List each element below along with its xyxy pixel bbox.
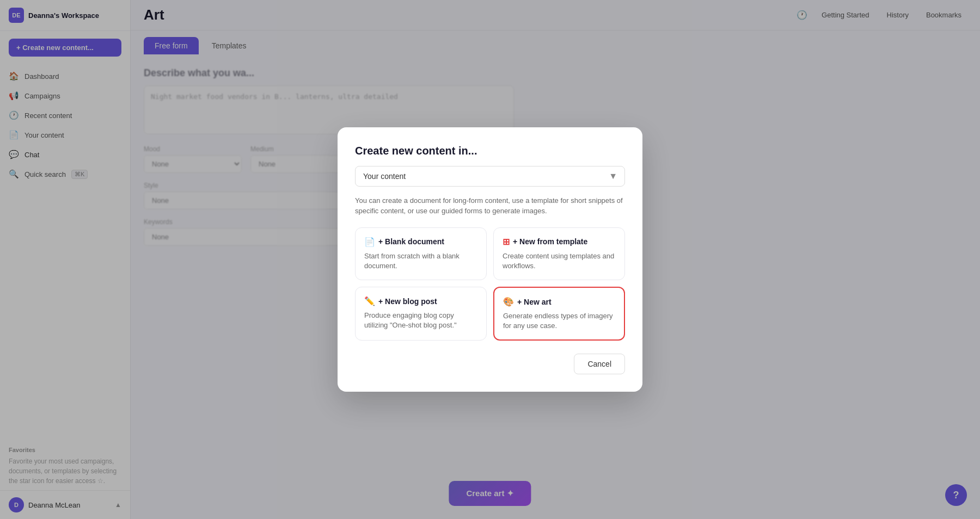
option-new-blog-post[interactable]: ✏️ + New blog post Produce engaging blog… [355, 287, 487, 341]
option-blog-desc: Produce engaging blog copy utilizing "On… [364, 311, 477, 330]
create-content-modal: Create new content in... Your content ▼ … [338, 127, 642, 392]
option-template-desc: Create content using templates and workf… [503, 251, 616, 271]
option-template-title: ⊞ + New from template [503, 237, 616, 247]
option-blank-document[interactable]: 📄 + Blank document Start from scratch wi… [355, 227, 487, 280]
modal-overlay[interactable]: Create new content in... Your content ▼ … [0, 0, 980, 519]
modal-title: Create new content in... [355, 145, 625, 157]
option-art-desc: Generate endless types of imagery for an… [503, 311, 615, 331]
option-new-art[interactable]: 🎨 + New art Generate endless types of im… [493, 287, 625, 341]
option-blank-document-title: 📄 + Blank document [364, 237, 477, 247]
option-blog-title: ✏️ + New blog post [364, 296, 477, 306]
modal-description: You can create a document for long-form … [355, 195, 625, 217]
modal-options-grid: 📄 + Blank document Start from scratch wi… [355, 227, 625, 341]
template-icon: ⊞ [503, 237, 510, 247]
art-icon: 🎨 [503, 296, 514, 307]
modal-footer: Cancel [355, 354, 625, 374]
blog-icon: ✏️ [364, 296, 375, 306]
option-blank-document-desc: Start from scratch with a blank document… [364, 251, 477, 271]
option-new-from-template[interactable]: ⊞ + New from template Create content usi… [493, 227, 625, 280]
modal-dropdown-wrapper: Your content ▼ [355, 166, 625, 187]
cancel-button[interactable]: Cancel [574, 354, 625, 374]
blank-document-icon: 📄 [364, 237, 375, 247]
content-location-dropdown[interactable]: Your content [355, 166, 625, 187]
option-art-title: 🎨 + New art [503, 296, 615, 307]
